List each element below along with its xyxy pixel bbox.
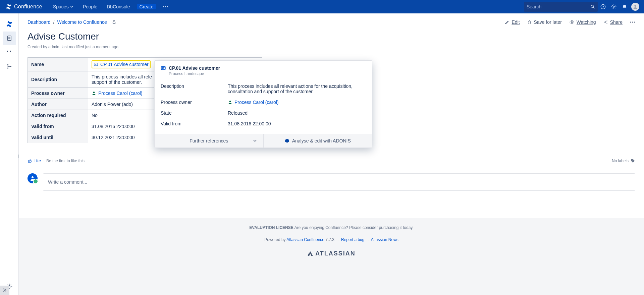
confluence-icon	[6, 20, 13, 28]
dots-icon	[163, 6, 168, 7]
svg-point-19	[606, 20, 607, 21]
svg-point-13	[7, 68, 8, 69]
name-link[interactable]: CP.01 Advise customer	[100, 62, 149, 67]
atlassian-brand[interactable]: ATLASSIAN	[19, 250, 644, 257]
restrictions-icon[interactable]	[112, 20, 116, 24]
more-create-button[interactable]	[160, 2, 170, 12]
breadcrumb-dashboard[interactable]: Dashboard	[28, 19, 51, 25]
app-logo[interactable]: Confluence	[5, 3, 42, 10]
page-meta: Created by admin, last modified just a m…	[28, 45, 635, 49]
help-button[interactable]: ?	[598, 1, 608, 12]
row-label: Action required	[28, 110, 88, 121]
svg-marker-30	[285, 139, 289, 143]
breadcrumb-welcome[interactable]: Welcome to Confluence	[57, 19, 107, 25]
bell-icon	[622, 4, 627, 9]
svg-point-1	[165, 6, 166, 7]
atlassian-news-link[interactable]: Atlassian News	[371, 237, 398, 242]
more-actions-button[interactable]	[630, 21, 635, 23]
user-icon	[30, 175, 36, 181]
settings-button[interactable]	[608, 1, 619, 12]
popover-row-value: Released	[228, 110, 366, 116]
page-actions: Edit Save for later Watching Share	[505, 19, 635, 25]
popover-title: CP.01 Advise customer	[169, 65, 220, 71]
nav-people[interactable]: People	[80, 4, 100, 9]
save-button[interactable]: Save for later	[527, 19, 562, 25]
share-button[interactable]: Share	[603, 19, 623, 25]
search-input[interactable]	[527, 4, 590, 9]
further-references-button[interactable]: Further references	[155, 134, 264, 148]
rail-tree[interactable]	[3, 60, 16, 73]
dots-icon	[630, 21, 635, 23]
atlassian-confluence-link[interactable]: Atlassian Confluence	[286, 237, 324, 242]
rail-expand-button[interactable]	[0, 286, 9, 295]
page-title: Advise Customer	[28, 32, 635, 42]
svg-point-18	[604, 22, 605, 22]
breadcrumb: Dashboard / Welcome to Confluence	[28, 19, 116, 25]
person-icon	[228, 100, 232, 105]
popover-row-label: Valid from	[161, 121, 228, 126]
confluence-icon	[5, 3, 12, 10]
profile-button[interactable]	[630, 1, 641, 12]
popover-row-value: This process includes all relevant actio…	[228, 83, 366, 94]
svg-point-25	[93, 92, 95, 93]
svg-point-12	[7, 64, 8, 65]
comment-avatar	[28, 173, 38, 183]
edit-button[interactable]: Edit	[505, 19, 520, 25]
notifications-button[interactable]	[619, 1, 630, 12]
thumb-icon	[28, 159, 32, 163]
rail-logo[interactable]	[3, 17, 16, 31]
like-button[interactable]: Like	[28, 159, 41, 163]
process-icon	[94, 62, 98, 67]
popover-row-value: 31.08.2016 22:00:00	[228, 121, 366, 126]
eye-icon	[569, 19, 575, 25]
svg-point-29	[229, 101, 231, 102]
svg-point-23	[634, 21, 635, 22]
nav-spaces[interactable]: Spaces	[50, 4, 76, 9]
popover-owner-link[interactable]: Process Carol (carol)	[234, 100, 278, 105]
owner-link[interactable]: Process Carol (carol)	[98, 91, 142, 96]
watch-button[interactable]: Watching	[569, 19, 596, 25]
process-icon	[161, 65, 166, 71]
nav-dbconsole[interactable]: DbConsole	[104, 4, 132, 9]
svg-point-2	[167, 6, 168, 7]
like-first-text: Be the first to like this	[46, 159, 85, 163]
no-labels-text: No labels	[612, 159, 629, 163]
rail-pages[interactable]	[3, 32, 16, 45]
analyse-button[interactable]: Analyse & edit with ADONIS	[264, 134, 372, 148]
atlassian-icon	[307, 251, 313, 257]
rail-blog[interactable]	[3, 46, 16, 59]
search-box[interactable]	[524, 2, 598, 12]
pencil-icon	[505, 20, 509, 24]
topbar: Confluence Spaces People DbConsole Creat…	[0, 0, 644, 13]
row-label: Author	[28, 99, 88, 110]
svg-rect-16	[113, 22, 115, 23]
svg-point-26	[632, 160, 633, 161]
row-label: Name	[28, 57, 88, 71]
app-name: Confluence	[14, 4, 42, 10]
popover-row-label: Process owner	[161, 100, 228, 105]
svg-text:?: ?	[602, 5, 604, 8]
tree-icon	[6, 63, 12, 69]
topnav: Spaces People DbConsole Create	[50, 2, 170, 12]
svg-point-17	[571, 21, 573, 23]
star-icon	[527, 20, 532, 24]
popover-subtitle: Process Landscape	[169, 71, 366, 76]
process-link-highlighted: CP.01 Advise customer	[92, 60, 151, 68]
report-bug-link[interactable]: Report a bug	[341, 237, 364, 242]
popover-row-label: State	[161, 110, 228, 116]
popover-row-label: Description	[161, 83, 228, 94]
page-icon	[6, 35, 12, 41]
label-icon[interactable]	[631, 159, 635, 163]
create-button[interactable]: Create	[137, 4, 156, 9]
row-label: Process owner	[28, 87, 88, 99]
preview-popover: CP.01 Advise customer Process Landscape …	[154, 60, 372, 148]
search-icon	[590, 4, 595, 9]
labels-area: No labels	[612, 159, 635, 163]
version-text: 7.7.3	[324, 237, 334, 242]
chevron-down-icon	[70, 5, 73, 8]
adonis-icon	[285, 138, 289, 143]
svg-point-3	[591, 5, 593, 7]
comment-input[interactable]: Write a comment...	[43, 173, 635, 191]
row-label: Valid from	[28, 121, 88, 132]
eval-license-text: Are you enjoying Confluence? Please cons…	[293, 225, 414, 230]
